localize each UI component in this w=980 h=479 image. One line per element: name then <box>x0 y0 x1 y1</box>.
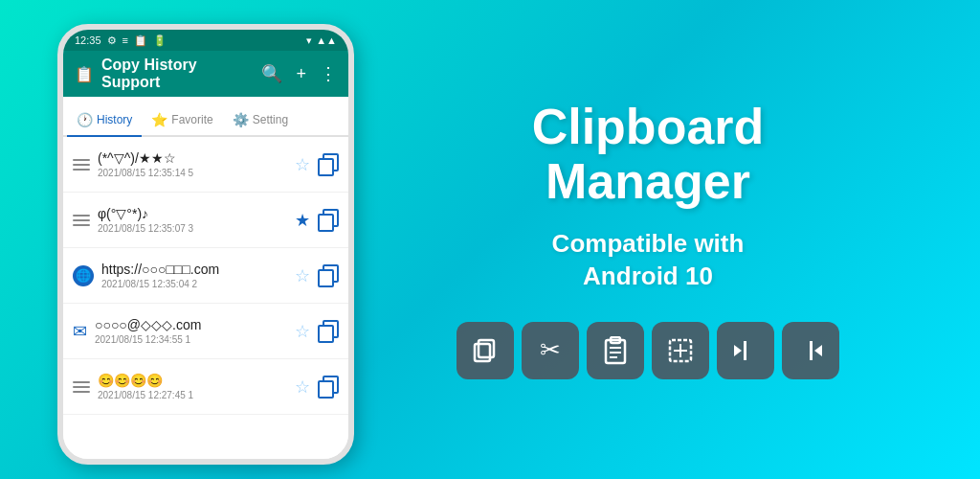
copy-button[interactable] <box>318 376 339 399</box>
status-time: 12:35 <box>75 34 101 46</box>
cut-icon: ✂ <box>540 335 561 365</box>
copy-button[interactable] <box>318 153 339 176</box>
tab-favorite[interactable]: ⭐ Favorite <box>142 104 222 137</box>
setting-tab-icon: ⚙️ <box>233 112 249 127</box>
app-bar-icons: 🔍 + ⋮ <box>261 63 337 84</box>
status-bar-right: ▾ ▲▲ <box>306 34 337 47</box>
list-item-meta: 2021/08/15 12:35:04 2 <box>101 279 287 289</box>
list-item-text: 😊😊😊😊 <box>98 373 287 388</box>
history-tab-label: History <box>97 113 132 126</box>
status-bar-left: 12:35 ⚙ ≡ 📋 🔋 <box>75 34 167 47</box>
setting-tab-label: Setting <box>253 113 288 126</box>
copy-button[interactable] <box>318 264 339 287</box>
right-panel: Clipboard Manager Compatible with Androi… <box>354 100 980 379</box>
phone-screen: 12:35 ⚙ ≡ 📋 🔋 ▾ ▲▲ 📋 Copy History Suppor… <box>57 24 354 465</box>
list-item-text: φ(°▽°*)♪ <box>98 206 287 221</box>
history-tab-icon: 🕐 <box>77 112 93 127</box>
favorite-button[interactable]: ★ <box>295 210 310 231</box>
app-bar-title: Copy History Support <box>101 57 254 91</box>
list-item-actions: ☆ <box>295 153 339 176</box>
battery-icon: 🔋 <box>153 34 167 47</box>
select-feature-button[interactable] <box>652 322 709 379</box>
list-item-meta: 2021/08/15 12:35:14 5 <box>98 168 287 178</box>
svg-rect-12 <box>810 341 813 360</box>
title-line1: Clipboard <box>532 100 765 154</box>
list-item-text: ○○○○@◇◇◇.com <box>95 317 287 332</box>
menu-icon: ≡ <box>122 34 128 46</box>
side-button <box>352 106 354 145</box>
list-item[interactable]: 😊😊😊😊 2021/08/15 12:27:45 1 ☆ <box>63 359 348 415</box>
copy-button[interactable] <box>318 320 339 343</box>
tab-bar: 🕐 History ⭐ Favorite ⚙️ Setting <box>63 97 348 137</box>
wifi-icon: ▾ <box>306 34 312 47</box>
copy-feature-button[interactable] <box>457 322 514 379</box>
list-item[interactable]: 🌐 https://○○○□□□.com 2021/08/15 12:35:04… <box>63 248 348 304</box>
app-title: Clipboard Manager <box>532 100 765 209</box>
list-item-actions: ★ <box>295 209 339 232</box>
list-item-actions: ☆ <box>295 264 339 287</box>
favorite-button[interactable]: ☆ <box>295 265 310 286</box>
list-item-content: 😊😊😊😊 2021/08/15 12:27:45 1 <box>98 373 287 400</box>
tab-history[interactable]: 🕐 History <box>67 104 142 137</box>
status-bar: 12:35 ⚙ ≡ 📋 🔋 ▾ ▲▲ <box>63 30 348 51</box>
list-item-text: (*^▽^)/★★☆ <box>98 150 287 166</box>
app-icon: 📋 <box>75 65 94 83</box>
list-item-content: (*^▽^)/★★☆ 2021/08/15 12:35:14 5 <box>98 150 287 178</box>
settings-icon: ⚙ <box>107 34 117 47</box>
list-item-text: https://○○○□□□.com <box>101 262 287 277</box>
drag-handle-icon <box>73 381 90 393</box>
overflow-menu-button[interactable]: ⋮ <box>320 63 337 84</box>
list-item-content: ○○○○@◇◇◇.com 2021/08/15 12:34:55 1 <box>95 317 287 345</box>
list-item-actions: ☆ <box>295 320 339 343</box>
feature-icon-bar: ✂ <box>457 322 839 379</box>
drag-handle-icon <box>73 215 90 226</box>
svg-rect-10 <box>744 341 746 360</box>
svg-rect-0 <box>479 340 494 357</box>
svg-marker-11 <box>734 345 742 356</box>
signal-icon: ▲▲ <box>316 34 337 46</box>
favorite-button[interactable]: ☆ <box>295 154 310 175</box>
subtitle-line1: Compatible with <box>552 228 745 261</box>
title-line2: Manager <box>532 154 765 209</box>
copy-button[interactable] <box>318 209 339 232</box>
add-button[interactable]: + <box>296 64 306 84</box>
list-item[interactable]: ✉ ○○○○@◇◇◇.com 2021/08/15 12:34:55 1 ☆ <box>63 304 348 359</box>
cut-feature-button[interactable]: ✂ <box>522 322 579 379</box>
list-item-content: φ(°▽°*)♪ 2021/08/15 12:35:07 3 <box>98 206 287 234</box>
list-item-content: https://○○○□□□.com 2021/08/15 12:35:04 2 <box>101 262 287 289</box>
left-feature-button[interactable] <box>717 322 774 379</box>
favorite-tab-icon: ⭐ <box>151 112 167 127</box>
svg-rect-1 <box>475 344 490 361</box>
tab-setting[interactable]: ⚙️ Setting <box>223 104 298 137</box>
list-item[interactable]: φ(°▽°*)♪ 2021/08/15 12:35:07 3 ★ <box>63 193 348 248</box>
subtitle-line2: Android 10 <box>552 261 745 293</box>
favorite-button[interactable]: ☆ <box>295 376 310 398</box>
phone-mockup: 12:35 ⚙ ≡ 📋 🔋 ▾ ▲▲ 📋 Copy History Suppor… <box>57 24 354 465</box>
clipboard-feature-button[interactable] <box>587 322 644 379</box>
list-item-meta: 2021/08/15 12:34:55 1 <box>95 334 287 345</box>
app-bar: 📋 Copy History Support 🔍 + ⋮ <box>63 51 348 97</box>
email-icon: ✉ <box>73 321 87 342</box>
favorite-button[interactable]: ☆ <box>295 321 310 342</box>
list-item-meta: 2021/08/15 12:35:07 3 <box>98 223 287 234</box>
right-feature-button[interactable] <box>782 322 839 379</box>
clipboard-status-icon: 📋 <box>134 34 147 47</box>
list-item[interactable]: (*^▽^)/★★☆ 2021/08/15 12:35:14 5 ☆ <box>63 137 348 193</box>
svg-marker-13 <box>814 345 822 356</box>
drag-handle-icon <box>73 159 90 171</box>
app-subtitle: Compatible with Android 10 <box>552 228 745 293</box>
favorite-tab-label: Favorite <box>171 113 212 126</box>
search-button[interactable]: 🔍 <box>261 63 282 84</box>
web-icon: 🌐 <box>73 265 94 286</box>
clipboard-list: (*^▽^)/★★☆ 2021/08/15 12:35:14 5 ☆ <box>63 137 348 459</box>
list-item-actions: ☆ <box>295 376 339 399</box>
list-item-meta: 2021/08/15 12:27:45 1 <box>98 390 287 400</box>
